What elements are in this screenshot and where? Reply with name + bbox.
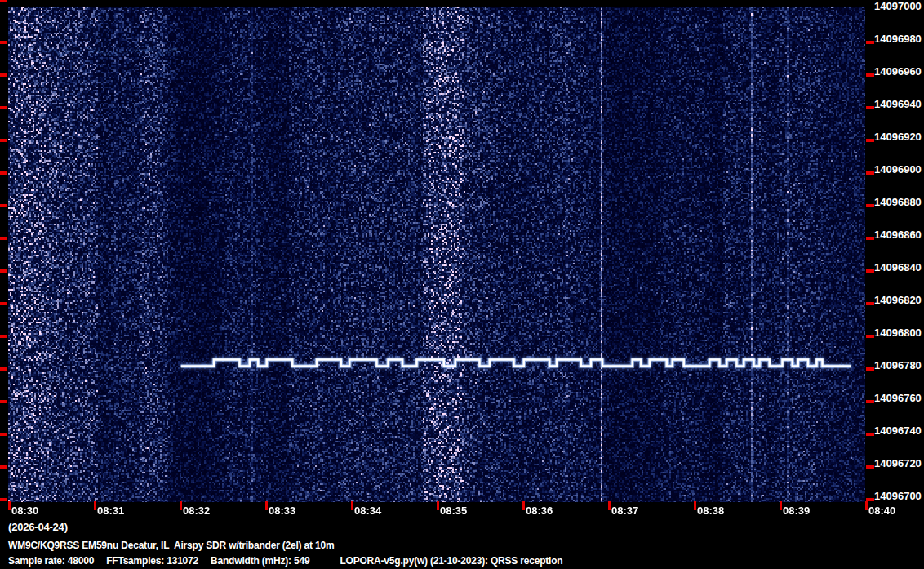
freq-tick-right <box>866 400 874 403</box>
sample-rate-label: Sample rate: 48000 <box>8 555 94 567</box>
time-axis-label: 08:33 <box>269 505 295 517</box>
date-label: (2026-04-24) <box>8 521 68 533</box>
freq-tick-right <box>866 171 874 175</box>
freq-axis-label: 14096760 <box>874 392 923 405</box>
time-axis-label: 08:38 <box>697 505 724 517</box>
time-axis-label: 08:36 <box>526 505 553 517</box>
time-tick <box>437 501 439 510</box>
freq-tick-corner <box>0 0 7 2</box>
freq-tick-right <box>866 106 874 109</box>
freq-axis-label: 14096740 <box>874 425 923 438</box>
freq-axis-label: 14096800 <box>874 327 923 340</box>
time-axis-label: 08:39 <box>783 505 810 517</box>
time-tick <box>180 501 182 510</box>
time-tick <box>608 501 611 510</box>
freq-tick-left <box>0 41 7 44</box>
time-axis-label: 08:35 <box>440 505 467 517</box>
time-tick <box>865 501 868 510</box>
freq-axis-label: 14096940 <box>874 98 923 111</box>
freq-tick-right <box>866 465 874 469</box>
lopora-grabber-window: 1409700014096980140969601409694014096920… <box>0 0 924 569</box>
program-version-label: LOPORA-v5g.py(w) (21-10-2023): QRSS rece… <box>340 555 562 567</box>
time-axis-label: 08:31 <box>97 505 124 517</box>
time-tick <box>694 501 696 510</box>
freq-tick-left <box>0 335 7 338</box>
freq-tick-left <box>0 237 7 240</box>
freq-tick-left <box>0 269 7 273</box>
freq-axis-label: 14096840 <box>874 261 923 274</box>
freq-axis-label: 14096900 <box>874 163 923 176</box>
freq-axis-label: 14096980 <box>874 33 923 46</box>
freq-tick-right <box>866 335 874 338</box>
freq-tick-right <box>866 367 874 371</box>
time-tick <box>780 501 782 510</box>
freq-axis-label: 14097000 <box>874 0 923 13</box>
freq-axis-label: 14096720 <box>874 457 923 470</box>
bandwidth-label: Bandwidth (mHz): 549 <box>211 555 309 567</box>
freq-tick-left <box>0 433 7 436</box>
freq-tick-right <box>866 41 874 44</box>
freq-tick-left <box>0 302 7 305</box>
freq-axis-label: 14096700 <box>874 490 923 503</box>
freq-tick-right <box>866 433 874 436</box>
spectrogram-waterfall <box>8 7 865 502</box>
time-axis-label: 08:34 <box>354 505 381 517</box>
time-tick <box>522 501 525 510</box>
time-tick <box>8 501 11 510</box>
freq-axis-label: 14096780 <box>874 359 923 372</box>
freq-tick-right <box>866 204 874 207</box>
freq-axis-label: 14096820 <box>874 294 923 307</box>
freq-axis-label: 14096880 <box>874 196 923 209</box>
time-axis-label: 08:37 <box>611 505 638 517</box>
freq-tick-left <box>0 139 7 142</box>
freq-tick-right <box>866 139 874 142</box>
freq-tick-left <box>0 73 7 77</box>
fft-samples-label: FFTsamples: 131072 <box>106 555 198 567</box>
freq-tick-left <box>0 204 7 207</box>
freq-tick-left <box>0 171 7 175</box>
freq-tick-right <box>866 237 874 240</box>
freq-tick-left <box>0 498 7 501</box>
time-axis-label: 08:32 <box>183 505 210 517</box>
stats-line: Sample rate: 48000 FFTsamples: 131072 Ba… <box>8 555 562 567</box>
freq-axis-label: 14096960 <box>874 65 923 78</box>
time-axis-label: 08:40 <box>868 505 895 517</box>
freq-tick-left <box>0 367 7 371</box>
station-info-line: WM9C/KQ9RSS EM59nu Decatur, IL Airspy SD… <box>8 540 334 551</box>
freq-tick-right <box>866 269 874 273</box>
freq-tick-left <box>0 106 7 109</box>
time-tick <box>94 501 96 510</box>
freq-tick-left <box>0 465 7 469</box>
time-axis-label: 08:30 <box>11 505 38 517</box>
freq-tick-right <box>866 302 874 305</box>
time-tick <box>351 501 353 510</box>
time-tick <box>265 501 268 510</box>
freq-tick-right <box>866 73 874 77</box>
freq-axis-label: 14096920 <box>874 131 923 144</box>
freq-tick-left <box>0 400 7 403</box>
freq-axis-label: 14096860 <box>874 229 923 242</box>
